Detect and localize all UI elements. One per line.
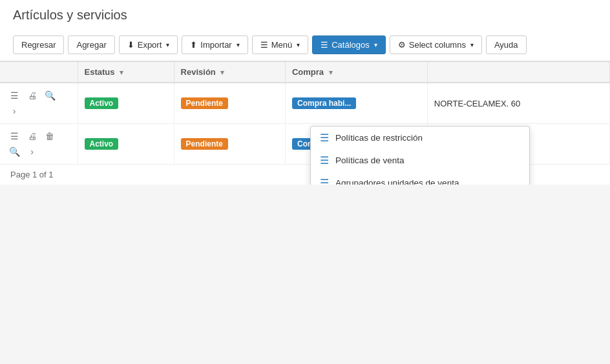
row2-actions: ☰ 🖨 🗑 🔍 › (0, 124, 78, 165)
row1-estatus-badge: Activo (85, 97, 119, 109)
row2-estatus-badge: Activo (85, 138, 119, 150)
export-arrow-icon: ▾ (166, 41, 169, 48)
list-icon-2: ☰ (320, 177, 329, 185)
dropdown-item-politicas-venta[interactable]: ☰ Políticas de venta (311, 149, 529, 172)
catalogos-icon: ☰ (321, 40, 328, 50)
row2-trash-icon[interactable]: 🗑 (42, 128, 58, 144)
importar-button[interactable]: ⬆ Importar ▾ (182, 35, 247, 54)
col-actions (0, 62, 78, 83)
importar-arrow-icon: ▾ (237, 41, 240, 48)
catalogos-button[interactable]: ☰ Catálogos ▾ (312, 35, 386, 54)
row1-compra: Compra habi... (285, 83, 427, 124)
col-extra (427, 62, 609, 83)
menu-icon: ☰ (260, 40, 268, 50)
col-revision: Revisión ▾ (174, 62, 285, 83)
menu-arrow-icon: ▾ (297, 41, 300, 48)
catalogos-dropdown: ☰ Políticas de restricción ☰ Políticas d… (310, 126, 530, 185)
row1-chevron-icon[interactable]: › (6, 103, 22, 119)
select-columns-arrow-icon: ▾ (470, 41, 474, 48)
select-columns-button[interactable]: ⚙ Select columns ▾ (390, 35, 482, 54)
row1-revision-badge: Pendiente (181, 97, 228, 109)
row1-revision: Pendiente (174, 83, 285, 124)
row1-print-icon[interactable]: 🖨 (25, 88, 40, 103)
export-button[interactable]: ⬇ Export ▾ (119, 35, 178, 54)
row2-search-icon[interactable]: 🔍 (6, 144, 22, 159)
download-icon: ⬇ (127, 40, 134, 50)
row2-revision: Pendiente (174, 124, 285, 165)
list-icon-0: ☰ (320, 132, 329, 144)
row1-menu-icon[interactable]: ☰ (6, 88, 22, 103)
row1-search-icon[interactable]: 🔍 (42, 88, 58, 103)
toolbar: Regresar Agregar ⬇ Export ▾ ⬆ Importar ▾… (13, 29, 597, 61)
row1-extra: NORTE-CELAMEX. 60 (427, 83, 609, 124)
row2-estatus: Activo (78, 124, 174, 165)
menu-button[interactable]: ☰ Menú ▾ (252, 35, 309, 54)
compra-sort-icon[interactable]: ▾ (329, 68, 333, 77)
estatus-sort-icon[interactable]: ▾ (120, 68, 123, 77)
dropdown-item-politicas-restriccion[interactable]: ☰ Políticas de restricción (311, 126, 529, 149)
row1-actions: ☰ 🖨 🔍 › (0, 83, 78, 124)
regresar-button[interactable]: Regresar (13, 35, 64, 54)
table-row: ☰ 🖨 🔍 › Activo Pendiente Compra habi... (0, 83, 610, 124)
gear-icon: ⚙ (398, 40, 406, 50)
row2-chevron-icon[interactable]: › (25, 144, 40, 159)
col-estatus: Estatus ▾ (78, 62, 174, 83)
list-icon-1: ☰ (320, 154, 329, 167)
row2-print-icon[interactable]: 🖨 (25, 128, 40, 144)
revision-sort-icon[interactable]: ▾ (220, 68, 224, 77)
row2-menu-icon[interactable]: ☰ (6, 128, 22, 144)
catalogos-arrow-icon: ▾ (374, 41, 377, 48)
row1-compra-badge: Compra habi... (292, 97, 356, 109)
col-compra: Compra ▾ (285, 62, 427, 83)
dropdown-item-agrupadores[interactable]: ☰ Agrupadores unidades de venta (311, 172, 529, 185)
upload-icon: ⬆ (190, 40, 197, 50)
row1-estatus: Activo (78, 83, 174, 124)
page-header: Artículos y servicios Regresar Agregar ⬇… (0, 0, 610, 61)
agregar-button[interactable]: Agregar (68, 35, 114, 54)
ayuda-button[interactable]: Ayuda (486, 35, 527, 54)
row2-revision-badge: Pendiente (181, 138, 228, 150)
main-content: Estatus ▾ Revisión ▾ Compra ▾ (0, 61, 610, 185)
page-title: Artículos y servicios (13, 8, 597, 23)
